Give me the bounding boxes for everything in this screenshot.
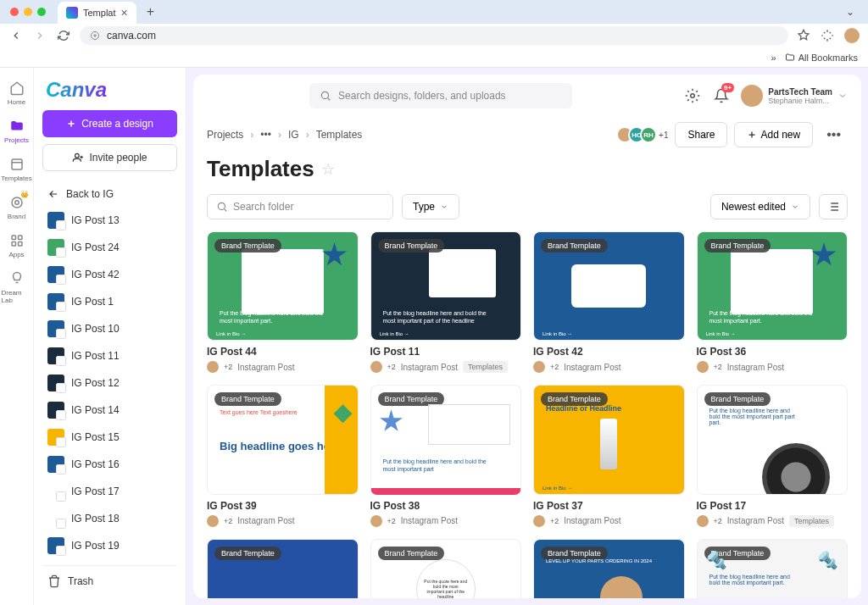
- rail-home[interactable]: Home: [2, 75, 32, 111]
- template-card[interactable]: Brand TemplatePut the blog headline here…: [697, 231, 849, 373]
- svg-point-2: [14, 201, 19, 205]
- rail-projects[interactable]: Projects: [2, 113, 32, 149]
- folder-item[interactable]: IG Post 15: [42, 424, 177, 451]
- template-card[interactable]: Brand TemplatePut the blog headline here…: [697, 539, 849, 598]
- back-icon[interactable]: [8, 28, 24, 43]
- canva-logo[interactable]: Canva: [42, 76, 177, 110]
- collaborators[interactable]: HC RH +1: [621, 126, 668, 143]
- more-options-icon[interactable]: •••: [820, 122, 848, 147]
- template-card[interactable]: Brand TemplatePut the quote here and bol…: [370, 539, 522, 598]
- url-bar: canva.com: [0, 24, 868, 47]
- main-inner: Search designs, folders, and uploads 9+ …: [193, 75, 861, 598]
- folder-item[interactable]: IG Post 16: [42, 451, 177, 478]
- template-card[interactable]: Brand TemplateLink in Bio → IG Post 42 +…: [533, 231, 685, 373]
- new-tab-button[interactable]: +: [142, 4, 159, 19]
- home-icon: [8, 80, 25, 97]
- svg-rect-4: [12, 236, 16, 240]
- template-card[interactable]: Brand TemplateHeadline or HeadlineLink i…: [533, 385, 685, 526]
- template-card[interactable]: Brand TemplateText goes here Text goeshe…: [207, 385, 359, 526]
- maximize-window[interactable]: [37, 8, 46, 16]
- rail-dreamlab[interactable]: Dream Lab: [2, 265, 32, 309]
- filter-row: Search folder Type Newest edited: [193, 194, 861, 231]
- browser-tab[interactable]: Templat ×: [58, 2, 136, 24]
- svg-rect-6: [12, 242, 16, 247]
- bookmarks-overflow-icon[interactable]: »: [771, 53, 776, 63]
- minimize-window[interactable]: [24, 8, 32, 16]
- create-design-button[interactable]: Create a design: [42, 110, 177, 137]
- template-card[interactable]: Brand TemplatePut the blog headline here…: [370, 385, 522, 526]
- folder-item[interactable]: IG Post 42: [42, 261, 177, 288]
- template-card[interactable]: Brand TemplatePut the blog headline here…: [370, 231, 522, 373]
- favicon-icon: [66, 7, 78, 19]
- close-window[interactable]: [10, 8, 19, 16]
- team-switcher[interactable]: PartsTech Team Stephanie Halm...: [741, 85, 848, 107]
- bookmarks-bar: » All Bookmarks: [0, 47, 868, 68]
- folder-item[interactable]: IG Post 17: [42, 478, 177, 505]
- topbar: Search designs, folders, and uploads 9+ …: [193, 75, 861, 117]
- view-toggle-icon[interactable]: [819, 194, 848, 219]
- template-card[interactable]: Brand TemplateLEVEL UP YOUR PARTS ORDERI…: [533, 539, 685, 598]
- template-grid: Brand TemplatePut the blog headline here…: [193, 231, 861, 598]
- sort-filter[interactable]: Newest edited: [710, 194, 810, 219]
- rail-brand[interactable]: 👑 Brand: [2, 189, 32, 225]
- back-to-folder[interactable]: Back to IG: [42, 181, 177, 207]
- folder-item[interactable]: IG Post 12: [42, 369, 177, 397]
- svg-point-8: [75, 153, 80, 158]
- template-card[interactable]: Brand TemplatePut the blog headline here…: [207, 231, 359, 373]
- folder-item[interactable]: IG Post 1: [42, 288, 177, 315]
- all-bookmarks-button[interactable]: All Bookmarks: [785, 53, 858, 63]
- icon-rail: Home Projects Templates 👑 Brand Apps Dre…: [0, 68, 34, 605]
- rail-apps[interactable]: Apps: [2, 227, 32, 264]
- template-card[interactable]: Brand Template: [207, 539, 359, 598]
- url-field[interactable]: canva.com: [80, 26, 788, 45]
- template-card[interactable]: Brand TemplatePut the blog headline here…: [697, 385, 849, 526]
- type-filter[interactable]: Type: [402, 194, 459, 219]
- svg-rect-7: [18, 242, 22, 247]
- chevron-down-icon: [837, 91, 848, 101]
- breadcrumb-item[interactable]: Projects: [207, 129, 243, 141]
- rail-templates[interactable]: Templates: [2, 151, 32, 187]
- share-button[interactable]: Share: [675, 122, 727, 147]
- settings-icon[interactable]: [683, 86, 702, 105]
- trash-link[interactable]: Trash: [42, 565, 177, 597]
- invite-people-button[interactable]: Invite people: [42, 144, 177, 171]
- folder-item[interactable]: IG Post 24: [42, 234, 177, 261]
- notifications-icon[interactable]: 9+: [712, 86, 731, 105]
- folder-item[interactable]: IG Post 10: [42, 315, 177, 342]
- main: Search designs, folders, and uploads 9+ …: [186, 68, 868, 605]
- close-tab-icon[interactable]: ×: [121, 6, 128, 19]
- folder-item[interactable]: IG Post 13: [42, 207, 177, 234]
- tab-title: Templat: [83, 8, 116, 18]
- global-search[interactable]: Search designs, folders, and uploads: [309, 83, 572, 108]
- reload-icon[interactable]: [56, 28, 71, 43]
- svg-point-3: [12, 197, 22, 208]
- brand-icon: 👑: [8, 194, 25, 211]
- templates-icon: [8, 156, 25, 173]
- svg-point-11: [218, 203, 225, 209]
- search-icon: [216, 201, 228, 213]
- chrome-expand-icon[interactable]: ⌄: [839, 3, 861, 21]
- page-title: Templates: [207, 156, 314, 182]
- chevron-down-icon: [440, 203, 448, 211]
- breadcrumb-item[interactable]: •••: [260, 129, 271, 141]
- folder-item[interactable]: IG Post 11: [42, 342, 177, 369]
- breadcrumb-item[interactable]: IG: [288, 129, 299, 141]
- chevron-right-icon: ›: [306, 129, 309, 141]
- apps-icon: [8, 232, 25, 249]
- plus-icon: [747, 130, 757, 140]
- add-new-button[interactable]: Add new: [734, 122, 813, 147]
- star-icon[interactable]: ☆: [321, 160, 335, 179]
- team-avatar: [741, 85, 763, 107]
- window-controls: [7, 8, 53, 16]
- folder-search-input[interactable]: Search folder: [207, 194, 393, 219]
- chevron-down-icon: [791, 203, 799, 211]
- profile-avatar[interactable]: [844, 28, 860, 43]
- search-icon: [320, 90, 331, 102]
- folder-item[interactable]: IG Post 2: [42, 559, 177, 562]
- bookmark-star-icon[interactable]: [797, 29, 810, 42]
- site-info-icon: [90, 31, 100, 41]
- folder-item[interactable]: IG Post 14: [42, 397, 177, 424]
- extensions-icon[interactable]: [821, 29, 834, 42]
- folder-item[interactable]: IG Post 19: [42, 532, 177, 559]
- folder-item[interactable]: IG Post 18: [42, 505, 177, 532]
